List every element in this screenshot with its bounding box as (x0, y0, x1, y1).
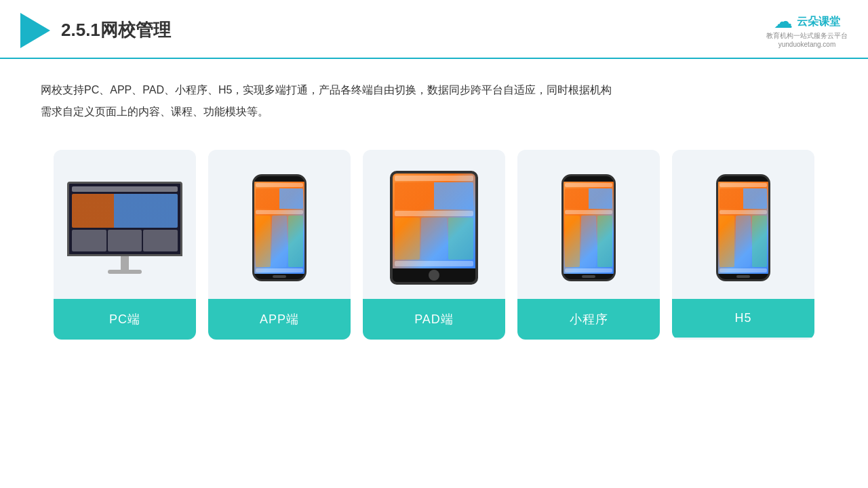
card-pc: PC端 (54, 150, 196, 340)
card-miniprogram-image (517, 150, 660, 299)
header-left: 2.5.1网校管理 (20, 13, 171, 48)
h5-phone-icon (716, 174, 770, 281)
card-app: APP端 (208, 150, 351, 340)
header: 2.5.1网校管理 ☁ 云朵课堂 教育机构一站式服务云平台 yunduoketa… (0, 0, 868, 59)
logo-triangle-icon (20, 13, 50, 48)
card-pc-label: PC端 (54, 299, 196, 340)
cards-container: PC端 APP端 (0, 136, 868, 360)
card-app-image (208, 150, 351, 299)
card-h5-label: H5 (672, 299, 814, 338)
card-h5: H5 (672, 150, 814, 340)
miniprogram-phone-icon (561, 174, 616, 281)
card-miniprogram-label: 小程序 (517, 299, 660, 340)
pad-tablet-icon (390, 171, 478, 285)
cloud-icon: ☁ (774, 12, 793, 31)
card-h5-image (672, 150, 814, 299)
description-text: 网校支持PC、APP、PAD、小程序、H5，实现多端打通，产品各终端自由切换，数… (41, 84, 612, 117)
card-pad-image (363, 150, 505, 299)
card-pad: PAD端 (363, 150, 505, 340)
brand-url: yunduoketang.com (778, 41, 836, 48)
card-pad-label: PAD端 (363, 299, 505, 340)
brand-name: 云朵课堂 (797, 15, 840, 29)
brand-tagline: 教育机构一站式服务云平台 (766, 31, 848, 41)
header-right: ☁ 云朵课堂 教育机构一站式服务云平台 yunduoketang.com (766, 12, 848, 48)
pc-monitor-icon (67, 182, 182, 274)
card-app-label: APP端 (208, 299, 351, 340)
description: 网校支持PC、APP、PAD、小程序、H5，实现多端打通，产品各终端自由切换，数… (0, 59, 868, 136)
app-phone-icon (252, 174, 307, 281)
card-miniprogram: 小程序 (517, 150, 660, 340)
brand-logo: ☁ 云朵课堂 (774, 12, 840, 31)
page-title: 2.5.1网校管理 (61, 18, 171, 42)
card-pc-image (54, 150, 196, 299)
